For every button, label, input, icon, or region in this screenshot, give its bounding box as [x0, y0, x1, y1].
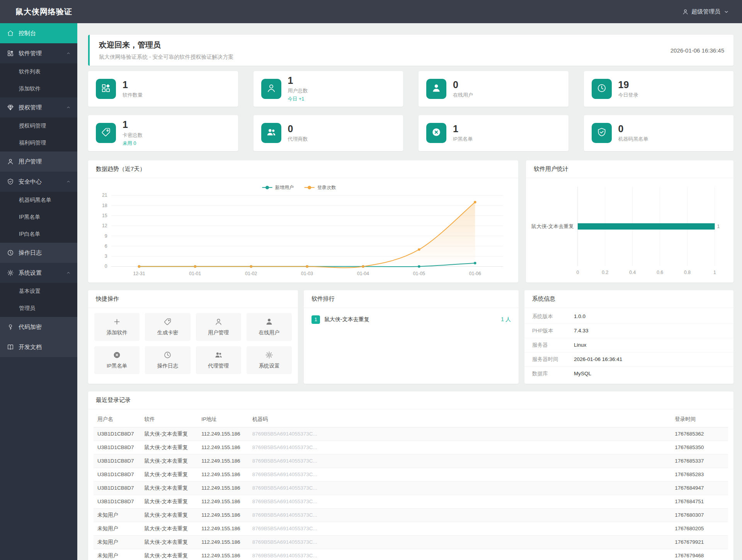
stat-label: 今日登录 — [618, 92, 638, 99]
table-row: U3B1D1CB8D7 鼠大侠-文本去重复 112.249.155.186 87… — [94, 427, 728, 441]
sidebar-item[interactable]: 软件列表 — [0, 63, 77, 80]
cell-login-time: 1767685283 — [671, 468, 728, 481]
sysinfo-row: 服务器时间 2026-01-06 16:36:41 — [524, 352, 733, 367]
cell-software: 鼠大侠-文本去重复 — [141, 522, 198, 535]
svg-text:0.2: 0.2 — [602, 269, 608, 275]
sidebar-item[interactable]: 代码加密 — [0, 317, 77, 337]
sidebar-item-label: 授权管理 — [19, 104, 42, 111]
table-row: U3B1D1CB8D7 鼠大侠-文本去重复 112.249.155.186 87… — [94, 495, 728, 508]
sysinfo-value: 7.4.33 — [574, 328, 589, 334]
sidebar-item[interactable]: 基本设置 — [0, 283, 77, 300]
sysinfo-list: 系统版本 1.0.0 PHP版本 7.4.33 服务器 Linux 服务器时间 … — [524, 308, 733, 384]
svg-text:新增用户: 新增用户 — [275, 185, 294, 190]
software-user-card-title: 软件用户统计 — [526, 160, 733, 178]
quick-action[interactable]: 在线用户 — [247, 313, 292, 341]
sidebar-item[interactable]: 管理员 — [0, 300, 77, 317]
sysinfo-row: PHP版本 7.4.33 — [524, 324, 733, 338]
recent-logins-card: 最近登录记录 用户名 软件 IP地址 机器码 登录时间 U3B1D1CB8D7 … — [88, 391, 733, 560]
user-line-icon — [7, 158, 15, 165]
user-menu-label: 超级管理员 — [691, 8, 720, 15]
sidebar-item-label: 机器码黑名单 — [19, 197, 51, 204]
svg-text:0: 0 — [576, 269, 579, 275]
cell-login-time: 1767679921 — [671, 535, 728, 549]
sidebar-item[interactable]: 授权码管理 — [0, 117, 77, 134]
middle-row: 快捷操作 添加软件 生成卡密 用户管理 在线用户 — [88, 290, 733, 384]
cell-login-time: 1767684947 — [671, 481, 728, 495]
quick-action-label: 代理管理 — [208, 363, 229, 369]
sidebar-item[interactable]: 系统设置 — [0, 263, 77, 283]
stat-card: 0 在线用户 — [419, 71, 568, 107]
cell-login-time: 1767684751 — [671, 495, 728, 508]
quick-action-label: 在线用户 — [259, 329, 279, 336]
cell-username: U3B1D1CB8D7 — [94, 481, 141, 495]
user-line-icon — [266, 83, 276, 95]
cell-ip: 112.249.155.186 — [197, 522, 248, 535]
sidebar-item[interactable]: 添加软件 — [0, 80, 77, 97]
ranking-card: 软件排行 1 鼠大侠-文本去重复 1 人 — [304, 290, 519, 384]
sidebar-item[interactable]: 软件管理 — [0, 43, 77, 63]
app-title: 鼠大侠网络验证 — [15, 7, 72, 17]
sidebar-item[interactable]: 机器码黑名单 — [0, 192, 77, 209]
quick-action[interactable]: 操作日志 — [145, 346, 190, 374]
ranking-list: 1 鼠大侠-文本去重复 1 人 — [304, 308, 519, 331]
svg-text:0.4: 0.4 — [629, 269, 636, 275]
quick-actions-card: 快捷操作 添加软件 生成卡密 用户管理 在线用户 — [88, 290, 298, 384]
cell-login-time: 1767685337 — [671, 454, 728, 468]
stat-value: 0 — [618, 124, 648, 134]
sidebar-item-label: 安全中心 — [19, 178, 42, 186]
chevron-up-icon — [66, 270, 71, 276]
recent-logins-table: 用户名 软件 IP地址 机器码 登录时间 U3B1D1CB8D7 鼠大侠-文本去… — [94, 412, 728, 560]
cell-machine-code: 8769B5B5A6914055373C... — [248, 468, 671, 481]
stat-icon-tile — [96, 79, 116, 99]
quick-action[interactable]: 添加软件 — [94, 313, 140, 341]
sidebar-item[interactable]: 操作日志 — [0, 243, 77, 263]
svg-text:登录次数: 登录次数 — [317, 185, 336, 190]
stat-label: IP黑名单 — [453, 136, 473, 143]
table-row: U3B1D1CB8D7 鼠大侠-文本去重复 112.249.155.186 87… — [94, 441, 728, 454]
sidebar-item[interactable]: 授权管理 — [0, 97, 77, 117]
sidebar-item[interactable]: 用户管理 — [0, 151, 77, 172]
cell-username: 未知用户 — [94, 508, 141, 522]
book-icon — [7, 344, 15, 351]
sidebar-item-label: IP黑名单 — [19, 214, 40, 221]
svg-text:6: 6 — [105, 243, 107, 249]
quick-action[interactable]: 系统设置 — [247, 346, 292, 374]
svg-text:01-01: 01-01 — [189, 271, 201, 276]
cell-software: 鼠大侠-文本去重复 — [141, 468, 198, 481]
quick-action[interactable]: 用户管理 — [196, 313, 241, 341]
trend-card: 数据趋势（近7天） 03691215182112-3101-0101-0201-… — [88, 160, 518, 283]
svg-text:9: 9 — [105, 233, 107, 238]
cell-machine-code: 8769B5B5A6914055373C... — [248, 454, 671, 468]
cell-software: 鼠大侠-文本去重复 — [141, 495, 198, 508]
sysinfo-card: 系统信息 系统版本 1.0.0 PHP版本 7.4.33 服务器 Linux 服… — [524, 290, 733, 384]
stat-value: 0 — [288, 124, 308, 134]
user-menu[interactable]: 超级管理员 — [682, 8, 730, 15]
sidebar-item[interactable]: 开发文档 — [0, 337, 77, 357]
stat-value: 0 — [453, 80, 473, 90]
sidebar-item[interactable]: 福利码管理 — [0, 134, 77, 151]
charts-row: 数据趋势（近7天） 03691215182112-3101-0101-0201-… — [88, 160, 733, 283]
cell-software: 鼠大侠-文本去重复 — [141, 454, 198, 468]
circle-x-icon — [431, 127, 441, 139]
sidebar-item[interactable]: 控制台 — [0, 23, 77, 43]
chevron-up-icon — [66, 51, 71, 56]
quick-action-label: 生成卡密 — [157, 329, 178, 336]
sidebar-item[interactable]: IP白名单 — [0, 226, 77, 243]
sidebar-item-label: IP白名单 — [19, 231, 40, 238]
sysinfo-label: 服务器 — [532, 342, 574, 349]
user-line-icon — [214, 318, 223, 326]
quick-action[interactable]: 生成卡密 — [145, 313, 190, 341]
sidebar-item[interactable]: 安全中心 — [0, 172, 77, 192]
key-icon — [7, 323, 15, 330]
quick-action[interactable]: IP黑名单 — [94, 346, 140, 374]
sysinfo-title: 系统信息 — [524, 290, 733, 308]
cell-software: 鼠大侠-文本去重复 — [141, 549, 198, 560]
stat-icon-tile — [592, 79, 612, 99]
sidebar-item[interactable]: IP黑名单 — [0, 209, 77, 226]
ranking-item[interactable]: 1 鼠大侠-文本去重复 1 人 — [304, 310, 519, 329]
quick-action-label: 系统设置 — [259, 363, 279, 369]
sidebar-item-label: 软件管理 — [19, 50, 42, 57]
chevron-up-icon — [66, 105, 71, 110]
svg-text:15: 15 — [102, 213, 107, 218]
quick-action[interactable]: 代理管理 — [196, 346, 241, 374]
